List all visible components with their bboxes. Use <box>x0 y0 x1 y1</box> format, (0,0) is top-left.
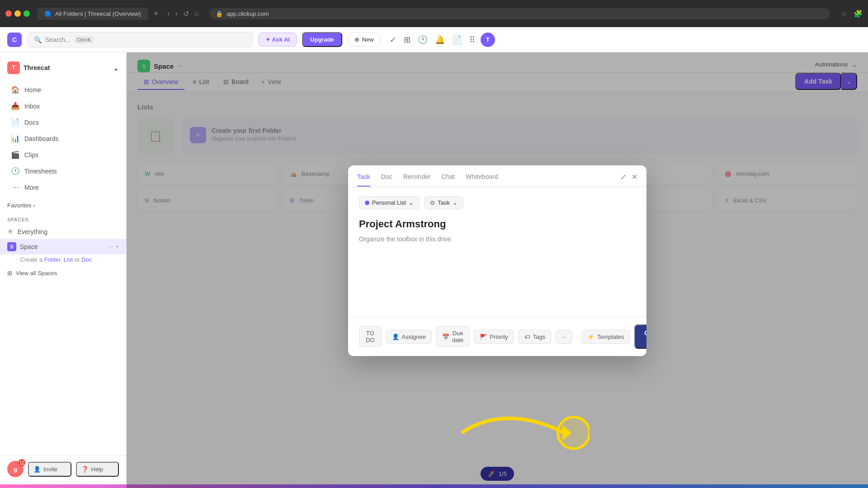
create-task-button[interactable]: Create Task <box>634 324 646 349</box>
docs-icon: 📄 <box>11 118 20 127</box>
home-icon[interactable]: ⌂ <box>194 9 199 18</box>
task-description[interactable]: Organize the toolbox in this drive <box>359 235 636 253</box>
modal-tab-whiteboard[interactable]: Whiteboard <box>466 173 498 186</box>
invite-button[interactable]: 👤 Invite <box>28 462 71 477</box>
app: C 🔍 Search... Ctrl+K ✦ Ask AI Upgrade ⊕ … <box>0 27 868 488</box>
favorites-label: Favorites <box>7 202 31 209</box>
list-selector-button[interactable]: Personal List ⌄ <box>359 196 420 209</box>
browser-navigation[interactable]: ‹ › ↺ ⌂ <box>167 9 198 18</box>
address-bar[interactable]: 🔒 app.clickup.com <box>209 8 830 19</box>
extensions-icon[interactable]: 🧩 <box>854 9 863 18</box>
view-all-spaces[interactable]: ⊞ View all Spaces <box>0 267 126 280</box>
lock-icon: 🔒 <box>216 10 223 17</box>
list-selector-label: Personal List <box>372 199 406 206</box>
sidebar-item-clips[interactable]: 🎬 Clips <box>4 147 123 163</box>
create-task-wrapper: Create Task ⌄ <box>634 324 646 349</box>
bell-icon[interactable]: 🔔 <box>435 35 445 45</box>
user-avatar[interactable]: T <box>481 33 495 47</box>
more-label: More <box>24 184 39 191</box>
modal-tab-doc[interactable]: Doc <box>381 173 392 186</box>
modal-tab-task[interactable]: Task <box>357 173 370 186</box>
templates-button[interactable]: ⚡ Templates <box>581 329 630 343</box>
type-selector-label: Task <box>438 199 450 206</box>
content-area: S Space ··· Automations ⌄ ⊞ Overview ≡ L… <box>127 52 868 488</box>
favorites-header[interactable]: Favorites › <box>0 199 126 211</box>
bookmark-icon[interactable]: ☆ <box>841 9 847 18</box>
modal-spacer <box>359 253 636 308</box>
browser-actions[interactable]: ☆ 🧩 <box>841 9 863 18</box>
grid-small-icon: ⊞ <box>7 270 12 277</box>
assignee-button[interactable]: 👤 Assignee <box>386 329 432 343</box>
clock-icon[interactable]: 🕐 <box>418 35 428 45</box>
ask-ai-button[interactable]: ✦ Ask AI <box>259 33 297 47</box>
sidebar-item-docs[interactable]: 📄 Docs <box>4 114 123 130</box>
search-bar[interactable]: 🔍 Search... Ctrl+K <box>27 32 253 47</box>
templates-icon: ⚡ <box>587 333 594 340</box>
templates-label: Templates <box>597 333 624 340</box>
create-folder-link[interactable]: Folder <box>44 256 60 263</box>
sidebar-bottom: g 11 👤 Invite ❓ Help <box>0 455 126 483</box>
snowflake-icon: ✳ <box>7 227 13 236</box>
space-add-icon[interactable]: + <box>116 244 119 250</box>
modal-tab-reminder[interactable]: Reminder <box>403 173 431 186</box>
expand-icon[interactable]: ⤢ <box>620 173 626 181</box>
tags-button[interactable]: 🏷 Tags <box>519 329 551 343</box>
more-icon: ⋯ <box>11 183 20 192</box>
upgrade-button[interactable]: Upgrade <box>302 32 342 47</box>
modal-footer: TO DO 👤 Assignee 📅 Due date 🚩 Priority <box>348 317 646 356</box>
tab-favicon: 🔵 <box>44 10 52 17</box>
sidebar-item-home[interactable]: 🏠 Home <box>4 82 123 98</box>
back-icon[interactable]: ‹ <box>167 9 170 18</box>
due-date-button[interactable]: 📅 Due date <box>436 326 469 347</box>
sidebar-item-timesheets[interactable]: 🕐 Timesheets <box>4 163 123 179</box>
browser-chrome: 🔵 All Folders | Threecat (Overview) + ‹ … <box>0 0 868 27</box>
help-icon: ❓ <box>81 466 89 473</box>
window-controls[interactable] <box>5 10 30 17</box>
help-button[interactable]: ❓ Help <box>76 462 119 477</box>
task-title-input[interactable] <box>359 218 636 230</box>
close-button[interactable] <box>5 10 12 17</box>
grid-icon[interactable]: ⊞ <box>404 35 410 45</box>
maximize-button[interactable] <box>24 10 30 17</box>
check-icon[interactable]: ✓ <box>390 35 396 45</box>
calendar-icon: 📅 <box>442 333 449 340</box>
main-layout: T Threecat ⌄ 🏠 Home 📥 Inbox 📄 Docs <box>0 52 868 488</box>
more-options-button[interactable]: ··· <box>556 329 572 343</box>
sidebar-item-everything[interactable]: ✳ Everything <box>0 224 126 239</box>
chevron-right-icon: › <box>33 202 35 209</box>
forward-icon[interactable]: › <box>175 9 177 18</box>
search-icon: 🔍 <box>34 36 42 43</box>
create-list-link[interactable]: List <box>64 256 73 263</box>
doc-icon[interactable]: 📄 <box>452 35 462 45</box>
minimize-button[interactable] <box>14 10 21 17</box>
user-section[interactable]: g 11 <box>7 461 24 477</box>
sidebar-item-dashboards[interactable]: 📊 Dashboards <box>4 131 123 146</box>
sidebar-item-space[interactable]: S Space ··· + <box>0 239 126 254</box>
spaces-section-title: Spaces <box>0 211 126 224</box>
sidebar-item-inbox[interactable]: 📥 Inbox <box>4 98 123 114</box>
plus-icon: ⊕ <box>354 36 359 43</box>
workspace-avatar: T <box>7 61 20 74</box>
workspace-header[interactable]: T Threecat ⌄ <box>0 58 126 78</box>
clips-icon: 🎬 <box>11 150 20 159</box>
new-label: New <box>362 36 374 43</box>
new-tab-button[interactable]: + <box>154 9 159 19</box>
refresh-icon[interactable]: ↺ <box>183 9 189 18</box>
status-button[interactable]: TO DO <box>359 326 382 347</box>
modal-header: Task Doc Reminder Chat Whiteboard ⤢ ✕ <box>348 165 646 187</box>
tags-label: Tags <box>533 333 545 340</box>
modal-tab-chat[interactable]: Chat <box>441 173 455 186</box>
new-button[interactable]: ⊕ New <box>348 33 381 47</box>
assignee-icon: 👤 <box>392 333 399 340</box>
spaces-section: Spaces ✳ Everything S Space ··· + Create… <box>0 211 126 280</box>
browser-tab[interactable]: 🔵 All Folders | Threecat (Overview) <box>37 8 148 20</box>
priority-button[interactable]: 🚩 Priority <box>474 329 514 343</box>
create-doc-link[interactable]: Doc <box>81 256 92 263</box>
apps-icon[interactable]: ⠿ <box>469 35 475 45</box>
close-icon[interactable]: ✕ <box>632 173 637 181</box>
space-dots-icon[interactable]: ··· <box>108 244 113 250</box>
sidebar-item-more[interactable]: ⋯ More <box>4 179 123 195</box>
type-selector-button[interactable]: ⊙ Task ⌄ <box>424 196 463 209</box>
workspace-name: Threecat <box>24 64 109 71</box>
app-logo: C <box>7 33 22 47</box>
